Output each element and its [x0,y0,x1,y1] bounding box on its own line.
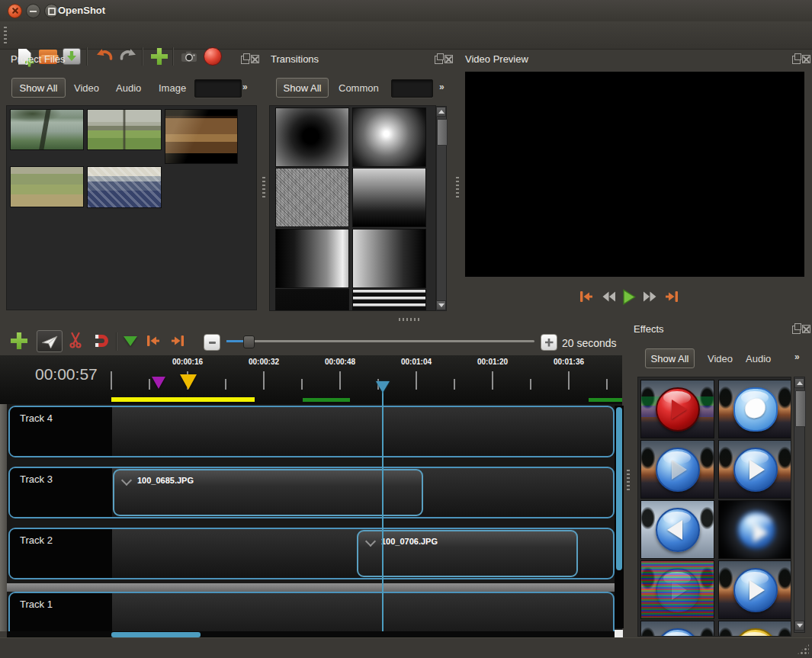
playhead-handle[interactable] [376,381,390,393]
more-filters-button[interactable]: » [439,82,445,92]
maximize-button[interactable] [44,4,59,18]
filter-image[interactable]: Image [159,82,186,94]
project-file-thumbnail-pond-video[interactable] [11,110,83,149]
effect-gold[interactable] [719,621,791,637]
splitter-handle[interactable] [456,177,459,198]
effect-old-film[interactable] [641,561,714,618]
track-header[interactable]: Track 4 [10,407,112,456]
effect-thumbnail-icon [733,387,778,432]
splitter-handle[interactable] [399,318,420,321]
transition-noise[interactable] [276,169,348,226]
scroll-down-button[interactable] [436,300,446,310]
arrow-tool-icon [40,332,59,351]
scroll-up-button[interactable] [794,378,804,388]
toolbar-drag-handle[interactable] [4,27,7,43]
timeline-left-gutter[interactable] [0,404,7,631]
filter-show-all[interactable]: Show All [276,78,329,98]
record-button[interactable] [203,47,223,66]
zoom-in-button[interactable] [541,334,557,351]
effect-reverse[interactable] [641,501,714,558]
project-file-thumbnail-bed-photo[interactable] [88,167,161,207]
add-track-button[interactable] [9,331,29,351]
timeline-hscrollbar[interactable] [7,631,616,637]
zoom-out-button[interactable] [204,334,220,351]
track-header[interactable]: Track 3 [10,468,112,517]
transition-wipe-right[interactable] [276,229,348,287]
close-panel-icon[interactable] [802,55,810,63]
effect-play[interactable] [719,441,791,498]
fast-forward-button[interactable] [640,287,660,307]
filter-video[interactable]: Video [74,82,99,94]
scroll-down-button[interactable] [794,621,804,631]
float-panel-icon[interactable] [792,326,801,334]
track-header[interactable]: Track 1 [10,593,112,631]
splitter-handle[interactable] [627,470,630,491]
effect-blue-top[interactable] [641,621,714,637]
transition-circle-in[interactable] [276,108,348,166]
scrollbar-thumb[interactable] [795,390,806,427]
project-file-thumbnail-sign-photo[interactable] [165,110,237,163]
arrow-tool-button[interactable] [37,330,63,352]
filter-audio[interactable]: Audio [116,82,141,94]
rewind-button[interactable] [599,287,618,307]
effect-mask[interactable] [719,380,791,438]
playhead-line[interactable] [382,381,384,631]
scrollbar-thumb[interactable] [437,119,448,146]
capture-button[interactable] [179,47,199,66]
effect-fly-away[interactable] [719,561,791,618]
razor-tool-button[interactable] [66,330,85,350]
effect-ghost[interactable] [641,441,714,498]
jump-to-start-button[interactable] [576,287,596,307]
titlebar[interactable]: OpenShot [0,0,812,22]
filter-audio[interactable]: Audio [746,353,771,364]
splitter-handle[interactable] [262,177,265,198]
timeline-marker[interactable] [180,374,197,390]
more-filters-button[interactable]: » [794,351,800,362]
timeline-hscrollbar-thumb[interactable] [111,632,201,637]
transition-blinds[interactable] [353,290,425,311]
filter-common[interactable]: Common [339,82,379,94]
float-panel-icon[interactable] [435,56,443,64]
timeline-clip[interactable]: 100_0685.JPG [113,469,423,516]
timeline-clip[interactable]: 100_0706.JPG [357,530,578,577]
transition-wipe-top[interactable] [353,169,425,226]
timeline-zoom-slider[interactable] [226,340,534,342]
scroll-up-button[interactable] [436,107,446,117]
filter-show-all[interactable]: Show All [645,348,695,368]
close-button[interactable] [8,4,22,18]
effect-blur[interactable] [719,501,791,558]
filter-input[interactable] [194,79,242,98]
transition-wipe-left[interactable] [353,229,425,287]
slider-handle[interactable] [243,335,255,348]
filter-show-all[interactable]: Show All [11,78,66,98]
chevron-down-icon[interactable] [121,475,132,486]
track-header[interactable]: Track 2 [10,529,112,578]
chevron-down-icon[interactable] [365,536,376,547]
scrollbar-corner [615,630,623,637]
timeline-vscrollbar-thumb[interactable] [616,407,622,570]
close-panel-icon[interactable] [251,55,259,63]
minimize-button[interactable] [26,4,40,18]
previous-marker-button[interactable] [143,331,163,351]
add-marker-button[interactable] [124,336,137,346]
float-panel-icon[interactable] [792,56,801,64]
filter-video[interactable]: Video [708,353,733,364]
project-file-thumbnail-field-video[interactable] [88,110,161,149]
project-file-thumbnail-grass-video[interactable] [11,167,83,207]
float-panel-icon[interactable] [241,56,249,64]
transition-wipe-bottom[interactable] [276,290,348,311]
next-marker-button[interactable] [168,331,188,351]
timeline-marker[interactable] [152,377,165,389]
transition-circle-out[interactable] [353,108,425,166]
more-filters-button[interactable]: » [242,82,248,92]
close-panel-icon[interactable] [445,55,453,63]
redo-button[interactable] [118,47,138,66]
effect-chroma-key[interactable] [641,380,714,438]
close-panel-icon[interactable] [802,325,810,333]
play-button[interactable] [618,287,638,307]
undo-button[interactable] [95,47,114,66]
add-files-button[interactable] [149,47,169,66]
jump-to-end-button[interactable] [662,287,682,307]
snap-button[interactable] [91,331,111,351]
filter-input[interactable] [391,79,433,98]
